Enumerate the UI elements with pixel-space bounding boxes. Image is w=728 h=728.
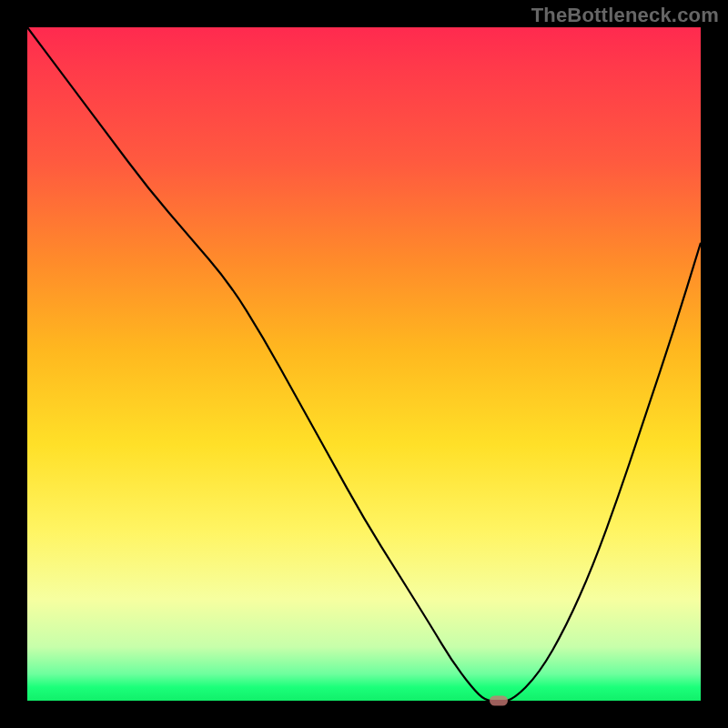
plot-area (27, 27, 701, 701)
chart-frame: TheBottleneck.com (0, 0, 728, 728)
curve-path (27, 27, 701, 701)
min-marker (490, 696, 508, 706)
watermark-label: TheBottleneck.com (531, 4, 719, 27)
bottleneck-curve (27, 27, 701, 701)
